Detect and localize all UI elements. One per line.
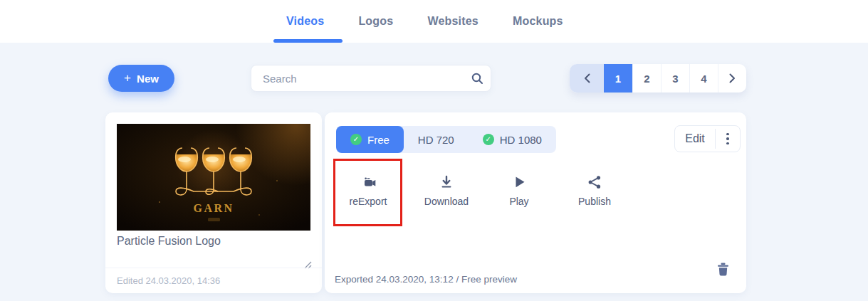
publish-label: Publish <box>578 196 611 207</box>
check-circle-icon <box>350 134 362 145</box>
download-label: Download <box>424 196 469 207</box>
export-details-card: Free HD 720 HD 1080 Edit <box>325 112 746 293</box>
active-tab-underline <box>273 39 343 43</box>
kebab-icon <box>726 133 729 136</box>
category-tabs: Videos Logos Websites Mockups <box>286 0 563 43</box>
quality-tab-free[interactable]: Free <box>336 126 404 153</box>
download-icon <box>438 174 455 191</box>
play-icon <box>511 174 528 191</box>
pagination-prev-button[interactable] <box>570 64 604 93</box>
pagination-next-button[interactable] <box>718 64 746 93</box>
pagination-page-4[interactable]: 4 <box>689 64 718 93</box>
tab-logos[interactable]: Logos <box>358 0 393 43</box>
edit-button[interactable]: Edit <box>675 126 715 152</box>
chevron-left-icon <box>584 73 590 83</box>
quality-tab-hd1080[interactable]: HD 1080 <box>469 126 556 153</box>
tab-mockups[interactable]: Mockups <box>513 0 563 43</box>
new-project-button[interactable]: + New <box>108 65 174 92</box>
plus-icon: + <box>124 72 131 84</box>
chevron-right-icon <box>729 73 736 83</box>
video-preview-card: GARN Particle Fusion Logo Edited 24.03.2… <box>105 112 322 293</box>
video-thumbnail[interactable]: GARN <box>117 124 310 231</box>
search-icon[interactable] <box>464 72 491 85</box>
tab-websites-label: Websites <box>427 15 479 28</box>
edit-button-group: Edit <box>674 125 741 152</box>
pagination-page-2[interactable]: 2 <box>632 64 661 93</box>
tab-videos[interactable]: Videos <box>286 0 324 43</box>
quality-tab-hd720-label: HD 720 <box>418 134 454 146</box>
search-box <box>251 65 491 92</box>
share-icon <box>586 174 603 191</box>
play-button[interactable]: Play <box>489 174 549 207</box>
quality-tabs: Free HD 720 HD 1080 <box>336 126 556 153</box>
pagination-page-1[interactable]: 1 <box>604 64 632 93</box>
download-button[interactable]: Download <box>417 174 476 207</box>
edited-timestamp: Edited 24.03.2020, 14:36 <box>105 268 322 293</box>
tab-videos-label: Videos <box>286 15 324 28</box>
trash-icon <box>717 263 729 276</box>
delete-button[interactable] <box>717 263 729 279</box>
check-circle-icon <box>483 134 494 145</box>
tab-websites[interactable]: Websites <box>427 0 479 43</box>
top-nav-bar: Videos Logos Websites Mockups <box>0 0 868 43</box>
search-input[interactable] <box>251 73 464 85</box>
pagination: 1 2 3 4 <box>570 64 746 93</box>
publish-button[interactable]: Publish <box>565 174 624 207</box>
reexport-label: reExport <box>350 196 387 207</box>
more-options-button[interactable] <box>716 126 740 152</box>
quality-tab-hd720[interactable]: HD 720 <box>404 126 469 153</box>
reexport-button[interactable]: reExport <box>338 174 398 207</box>
quality-tab-free-label: Free <box>367 134 389 146</box>
play-label: Play <box>509 196 528 207</box>
tab-mockups-label: Mockups <box>513 15 563 28</box>
video-camera-icon <box>360 174 377 191</box>
tab-logos-label: Logos <box>358 15 393 28</box>
quality-tab-hd1080-label: HD 1080 <box>500 134 542 146</box>
new-project-button-label: New <box>137 73 159 85</box>
exported-status-text: Exported 24.03.2020, 13:12 / Free previe… <box>335 274 517 285</box>
projects-page: Videos Logos Websites Mockups + New <box>0 0 868 301</box>
thumbnail-brand-text: GARN <box>193 202 234 214</box>
video-title[interactable]: Particle Fusion Logo <box>117 235 221 248</box>
pagination-page-3[interactable]: 3 <box>661 64 689 93</box>
